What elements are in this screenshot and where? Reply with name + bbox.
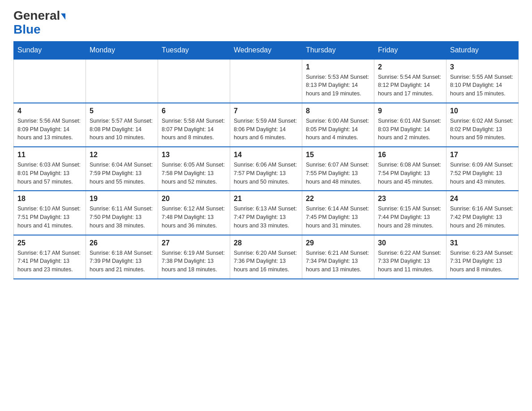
day-number: 27 bbox=[162, 239, 226, 247]
calendar-cell: 30Sunrise: 6:22 AM Sunset: 7:33 PM Dayli… bbox=[374, 235, 446, 279]
day-number: 23 bbox=[378, 195, 442, 203]
day-info: Sunrise: 6:08 AM Sunset: 7:54 PM Dayligh… bbox=[378, 161, 442, 186]
calendar-day-header: Monday bbox=[86, 41, 158, 59]
day-info: Sunrise: 5:55 AM Sunset: 8:10 PM Dayligh… bbox=[450, 73, 515, 98]
day-number: 12 bbox=[90, 151, 154, 159]
day-info: Sunrise: 6:04 AM Sunset: 7:59 PM Dayligh… bbox=[90, 161, 154, 186]
logo: GeneralBlue bbox=[13, 9, 65, 37]
day-number: 30 bbox=[378, 239, 442, 247]
day-number: 19 bbox=[90, 195, 154, 203]
calendar-cell: 9Sunrise: 6:01 AM Sunset: 8:03 PM Daylig… bbox=[374, 103, 446, 147]
calendar-cell bbox=[14, 59, 86, 103]
day-info: Sunrise: 6:05 AM Sunset: 7:58 PM Dayligh… bbox=[162, 161, 226, 186]
calendar-cell: 25Sunrise: 6:17 AM Sunset: 7:41 PM Dayli… bbox=[14, 235, 86, 279]
day-number: 1 bbox=[306, 63, 370, 71]
calendar-cell: 11Sunrise: 6:03 AM Sunset: 8:01 PM Dayli… bbox=[14, 147, 86, 191]
day-info: Sunrise: 6:02 AM Sunset: 8:02 PM Dayligh… bbox=[450, 117, 515, 142]
day-info: Sunrise: 6:01 AM Sunset: 8:03 PM Dayligh… bbox=[378, 117, 442, 142]
calendar-day-header: Sunday bbox=[14, 41, 86, 59]
calendar-cell: 3Sunrise: 5:55 AM Sunset: 8:10 PM Daylig… bbox=[446, 59, 519, 103]
day-info: Sunrise: 6:03 AM Sunset: 8:01 PM Dayligh… bbox=[17, 161, 82, 186]
calendar-week-row: 25Sunrise: 6:17 AM Sunset: 7:41 PM Dayli… bbox=[14, 235, 519, 279]
calendar-cell: 8Sunrise: 6:00 AM Sunset: 8:05 PM Daylig… bbox=[302, 103, 374, 147]
calendar-cell: 16Sunrise: 6:08 AM Sunset: 7:54 PM Dayli… bbox=[374, 147, 446, 191]
day-info: Sunrise: 5:56 AM Sunset: 8:09 PM Dayligh… bbox=[17, 117, 82, 142]
day-info: Sunrise: 5:57 AM Sunset: 8:08 PM Dayligh… bbox=[90, 117, 154, 142]
calendar-cell: 13Sunrise: 6:05 AM Sunset: 7:58 PM Dayli… bbox=[158, 147, 230, 191]
calendar-cell: 15Sunrise: 6:07 AM Sunset: 7:55 PM Dayli… bbox=[302, 147, 374, 191]
calendar-cell: 14Sunrise: 6:06 AM Sunset: 7:57 PM Dayli… bbox=[230, 147, 302, 191]
day-number: 18 bbox=[17, 195, 82, 203]
day-number: 20 bbox=[162, 195, 226, 203]
day-info: Sunrise: 6:15 AM Sunset: 7:44 PM Dayligh… bbox=[378, 205, 442, 230]
calendar-cell: 24Sunrise: 6:16 AM Sunset: 7:42 PM Dayli… bbox=[446, 191, 519, 235]
calendar-week-row: 4Sunrise: 5:56 AM Sunset: 8:09 PM Daylig… bbox=[14, 103, 519, 147]
day-info: Sunrise: 6:23 AM Sunset: 7:31 PM Dayligh… bbox=[450, 249, 515, 274]
day-number: 2 bbox=[378, 63, 442, 71]
day-number: 17 bbox=[450, 151, 515, 159]
day-info: Sunrise: 5:58 AM Sunset: 8:07 PM Dayligh… bbox=[162, 117, 226, 142]
calendar-cell bbox=[86, 59, 158, 103]
day-info: Sunrise: 6:07 AM Sunset: 7:55 PM Dayligh… bbox=[306, 161, 370, 186]
calendar-day-header: Friday bbox=[374, 41, 446, 59]
day-number: 24 bbox=[450, 195, 515, 203]
calendar-cell: 10Sunrise: 6:02 AM Sunset: 8:02 PM Dayli… bbox=[446, 103, 519, 147]
day-number: 6 bbox=[162, 107, 226, 115]
calendar-cell: 26Sunrise: 6:18 AM Sunset: 7:39 PM Dayli… bbox=[86, 235, 158, 279]
calendar-cell: 2Sunrise: 5:54 AM Sunset: 8:12 PM Daylig… bbox=[374, 59, 446, 103]
day-number: 16 bbox=[378, 151, 442, 159]
day-number: 7 bbox=[234, 107, 298, 115]
calendar-cell: 19Sunrise: 6:11 AM Sunset: 7:50 PM Dayli… bbox=[86, 191, 158, 235]
logo-blue: Blue bbox=[13, 22, 41, 36]
logo-text: GeneralBlue bbox=[13, 9, 65, 37]
day-info: Sunrise: 5:59 AM Sunset: 8:06 PM Dayligh… bbox=[234, 117, 298, 142]
calendar-cell: 1Sunrise: 5:53 AM Sunset: 8:13 PM Daylig… bbox=[302, 59, 374, 103]
day-number: 5 bbox=[90, 107, 154, 115]
day-number: 4 bbox=[17, 107, 82, 115]
calendar-cell: 6Sunrise: 5:58 AM Sunset: 8:07 PM Daylig… bbox=[158, 103, 230, 147]
day-number: 31 bbox=[450, 239, 515, 247]
day-number: 11 bbox=[17, 151, 82, 159]
day-info: Sunrise: 6:09 AM Sunset: 7:52 PM Dayligh… bbox=[450, 161, 515, 186]
day-number: 10 bbox=[450, 107, 515, 115]
calendar-cell: 5Sunrise: 5:57 AM Sunset: 8:08 PM Daylig… bbox=[86, 103, 158, 147]
calendar-cell: 20Sunrise: 6:12 AM Sunset: 7:48 PM Dayli… bbox=[158, 191, 230, 235]
day-info: Sunrise: 6:17 AM Sunset: 7:41 PM Dayligh… bbox=[17, 249, 82, 274]
calendar-cell: 18Sunrise: 6:10 AM Sunset: 7:51 PM Dayli… bbox=[14, 191, 86, 235]
day-info: Sunrise: 6:19 AM Sunset: 7:38 PM Dayligh… bbox=[162, 249, 226, 274]
day-info: Sunrise: 6:10 AM Sunset: 7:51 PM Dayligh… bbox=[17, 205, 82, 230]
calendar-week-row: 11Sunrise: 6:03 AM Sunset: 8:01 PM Dayli… bbox=[14, 147, 519, 191]
day-number: 3 bbox=[450, 63, 515, 71]
day-number: 25 bbox=[17, 239, 82, 247]
day-number: 28 bbox=[234, 239, 298, 247]
day-info: Sunrise: 6:21 AM Sunset: 7:34 PM Dayligh… bbox=[306, 249, 370, 274]
calendar-cell: 12Sunrise: 6:04 AM Sunset: 7:59 PM Dayli… bbox=[86, 147, 158, 191]
calendar-cell: 29Sunrise: 6:21 AM Sunset: 7:34 PM Dayli… bbox=[302, 235, 374, 279]
day-info: Sunrise: 6:11 AM Sunset: 7:50 PM Dayligh… bbox=[90, 205, 154, 230]
day-info: Sunrise: 6:00 AM Sunset: 8:05 PM Dayligh… bbox=[306, 117, 370, 142]
day-number: 9 bbox=[378, 107, 442, 115]
day-info: Sunrise: 6:20 AM Sunset: 7:36 PM Dayligh… bbox=[234, 249, 298, 274]
calendar-week-row: 18Sunrise: 6:10 AM Sunset: 7:51 PM Dayli… bbox=[14, 191, 519, 235]
day-info: Sunrise: 6:18 AM Sunset: 7:39 PM Dayligh… bbox=[90, 249, 154, 274]
day-number: 8 bbox=[306, 107, 370, 115]
calendar-cell bbox=[158, 59, 230, 103]
day-number: 29 bbox=[306, 239, 370, 247]
calendar-cell: 22Sunrise: 6:14 AM Sunset: 7:45 PM Dayli… bbox=[302, 191, 374, 235]
page-header: GeneralBlue bbox=[13, 9, 519, 37]
calendar-day-header: Saturday bbox=[446, 41, 519, 59]
calendar-cell: 27Sunrise: 6:19 AM Sunset: 7:38 PM Dayli… bbox=[158, 235, 230, 279]
day-info: Sunrise: 5:54 AM Sunset: 8:12 PM Dayligh… bbox=[378, 73, 442, 98]
calendar-cell: 31Sunrise: 6:23 AM Sunset: 7:31 PM Dayli… bbox=[446, 235, 519, 279]
calendar-cell: 17Sunrise: 6:09 AM Sunset: 7:52 PM Dayli… bbox=[446, 147, 519, 191]
day-info: Sunrise: 6:12 AM Sunset: 7:48 PM Dayligh… bbox=[162, 205, 226, 230]
day-info: Sunrise: 6:22 AM Sunset: 7:33 PM Dayligh… bbox=[378, 249, 442, 274]
calendar-header-row: SundayMondayTuesdayWednesdayThursdayFrid… bbox=[14, 41, 519, 59]
day-info: Sunrise: 6:14 AM Sunset: 7:45 PM Dayligh… bbox=[306, 205, 370, 230]
day-info: Sunrise: 6:16 AM Sunset: 7:42 PM Dayligh… bbox=[450, 205, 515, 230]
day-info: Sunrise: 6:06 AM Sunset: 7:57 PM Dayligh… bbox=[234, 161, 298, 186]
day-number: 15 bbox=[306, 151, 370, 159]
calendar-table: SundayMondayTuesdayWednesdayThursdayFrid… bbox=[13, 41, 519, 279]
calendar-cell: 23Sunrise: 6:15 AM Sunset: 7:44 PM Dayli… bbox=[374, 191, 446, 235]
day-info: Sunrise: 6:13 AM Sunset: 7:47 PM Dayligh… bbox=[234, 205, 298, 230]
